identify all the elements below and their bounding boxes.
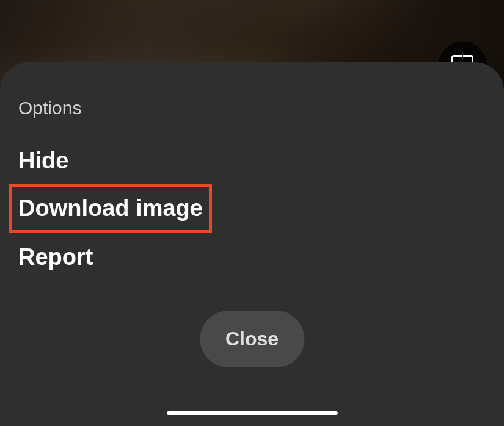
sheet-title: Options [18,98,486,118]
close-button[interactable]: Close [200,311,304,367]
options-sheet: Options Hide Download image Report Close [0,62,504,426]
option-download-image[interactable]: Download image [9,184,212,233]
option-hide[interactable]: Hide [18,148,68,174]
option-report[interactable]: Report [18,244,93,270]
home-indicator[interactable] [167,411,338,415]
